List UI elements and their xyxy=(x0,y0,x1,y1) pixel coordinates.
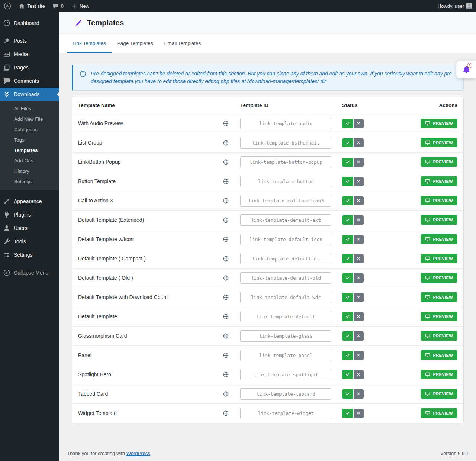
status-active-button[interactable] xyxy=(342,235,353,244)
tab-page-templates[interactable]: Page Templates xyxy=(112,34,159,53)
template-id-input[interactable] xyxy=(240,195,331,207)
template-id-input[interactable] xyxy=(240,137,331,149)
sidebar-item-dashboard[interactable]: Dashboard xyxy=(0,16,60,30)
table-row: Default Template (Extended) PREVIEW xyxy=(72,210,463,230)
status-active-button[interactable] xyxy=(342,138,353,147)
sidebar-item-settings[interactable]: Settings xyxy=(0,248,60,262)
status-active-button[interactable] xyxy=(342,215,353,225)
status-inactive-button[interactable] xyxy=(354,196,364,205)
status-inactive-button[interactable] xyxy=(354,312,364,321)
status-inactive-button[interactable] xyxy=(354,138,364,147)
site-name-menu[interactable]: Test site xyxy=(15,0,49,12)
sidebar-item-plugins[interactable]: Plugins xyxy=(0,208,60,221)
x-icon xyxy=(356,237,361,241)
template-id-input[interactable] xyxy=(240,369,331,380)
status-active-button[interactable] xyxy=(342,312,353,321)
tab-email-templates[interactable]: Email Templates xyxy=(158,34,206,53)
status-inactive-button[interactable] xyxy=(354,331,364,341)
status-inactive-button[interactable] xyxy=(354,235,364,244)
template-id-input[interactable] xyxy=(240,330,331,342)
preview-button[interactable]: PREVIEW xyxy=(421,138,457,147)
template-id-input[interactable] xyxy=(240,311,331,322)
preview-button[interactable]: PREVIEW xyxy=(421,157,457,167)
submenu-item-history[interactable]: History xyxy=(0,166,60,176)
preview-button[interactable]: PREVIEW xyxy=(421,254,457,263)
submenu-item-settings[interactable]: Settings xyxy=(0,176,60,187)
sidebar-item-comments[interactable]: Comments xyxy=(0,74,60,88)
submenu-item-categories[interactable]: Categories xyxy=(0,124,60,135)
template-id-input[interactable] xyxy=(240,408,331,419)
sidebar-item-users[interactable]: Users xyxy=(0,221,60,235)
sidebar-item-downloads[interactable]: Downloads xyxy=(0,88,60,101)
sidebar-item-pages[interactable]: Pages xyxy=(0,61,60,74)
status-active-button[interactable] xyxy=(342,351,353,360)
preview-button[interactable]: PREVIEW xyxy=(421,350,457,360)
status-inactive-button[interactable] xyxy=(354,177,364,186)
preview-button[interactable]: PREVIEW xyxy=(421,292,457,302)
status-active-button[interactable] xyxy=(342,389,353,399)
new-content-menu[interactable]: New xyxy=(67,0,93,12)
status-inactive-button[interactable] xyxy=(354,215,364,225)
template-id-input[interactable] xyxy=(240,214,331,226)
status-active-button[interactable] xyxy=(342,177,353,186)
x-icon xyxy=(356,353,361,357)
template-name: Default Template (Extended) xyxy=(78,217,144,223)
preview-button[interactable]: PREVIEW xyxy=(421,119,457,128)
preview-button[interactable]: PREVIEW xyxy=(421,196,457,205)
status-inactive-button[interactable] xyxy=(354,119,364,128)
preview-label: PREVIEW xyxy=(433,160,453,164)
notification-bell-button[interactable]: 1 xyxy=(456,61,476,78)
submenu-item-add-ons[interactable]: Add-Ons xyxy=(0,156,60,166)
template-id-input[interactable] xyxy=(240,234,331,245)
preview-button[interactable]: PREVIEW xyxy=(421,273,457,283)
template-id-input[interactable] xyxy=(240,272,331,284)
submenu-item-add-new-file[interactable]: Add New File xyxy=(0,114,60,124)
comments-menu[interactable]: 0 xyxy=(49,0,67,12)
status-inactive-button[interactable] xyxy=(354,293,364,302)
template-id-input[interactable] xyxy=(240,292,331,303)
preview-button[interactable]: PREVIEW xyxy=(421,389,457,399)
sidebar-item-media[interactable]: Media xyxy=(0,48,60,61)
status-active-button[interactable] xyxy=(342,273,353,283)
status-inactive-button[interactable] xyxy=(354,409,364,418)
template-id-input[interactable] xyxy=(240,253,331,264)
sidebar-item-appearance[interactable]: Appearance xyxy=(0,195,60,208)
submenu-item-tags[interactable]: Tags xyxy=(0,135,60,145)
collapse-menu-button[interactable]: Collapse Menu xyxy=(0,266,60,279)
submenu-item-all-files[interactable]: All Files xyxy=(0,104,60,114)
status-inactive-button[interactable] xyxy=(354,254,364,263)
preview-button[interactable]: PREVIEW xyxy=(421,312,457,321)
sidebar-item-tools[interactable]: Tools xyxy=(0,235,60,248)
template-id-input[interactable] xyxy=(240,350,331,361)
submenu-item-templates[interactable]: Templates xyxy=(0,145,60,156)
preview-button[interactable]: PREVIEW xyxy=(421,176,457,186)
status-toggle xyxy=(342,177,364,186)
status-inactive-button[interactable] xyxy=(354,370,364,379)
template-id-input[interactable] xyxy=(240,388,331,400)
status-active-button[interactable] xyxy=(342,158,353,167)
status-inactive-button[interactable] xyxy=(354,389,364,399)
wordpress-logo-menu[interactable]: W xyxy=(0,0,15,12)
template-id-input[interactable] xyxy=(240,156,331,168)
preview-button[interactable]: PREVIEW xyxy=(421,331,457,341)
tab-link-templates[interactable]: Link Templates xyxy=(67,34,112,53)
preview-button[interactable]: PREVIEW xyxy=(421,370,457,379)
preview-button[interactable]: PREVIEW xyxy=(421,408,457,418)
status-active-button[interactable] xyxy=(342,254,353,263)
preview-button[interactable]: PREVIEW xyxy=(421,215,457,225)
template-id-input[interactable] xyxy=(240,176,331,187)
preview-button[interactable]: PREVIEW xyxy=(421,234,457,244)
sidebar-item-posts[interactable]: Posts xyxy=(0,34,60,48)
status-active-button[interactable] xyxy=(342,119,353,128)
status-inactive-button[interactable] xyxy=(354,351,364,360)
wordpress-link[interactable]: WordPress xyxy=(126,451,150,456)
my-account-menu[interactable]: Howdy, user xyxy=(434,0,476,12)
status-inactive-button[interactable] xyxy=(354,158,364,167)
status-active-button[interactable] xyxy=(342,196,353,205)
status-active-button[interactable] xyxy=(342,370,353,379)
status-active-button[interactable] xyxy=(342,409,353,418)
template-id-input[interactable] xyxy=(240,118,331,129)
status-inactive-button[interactable] xyxy=(354,273,364,283)
status-active-button[interactable] xyxy=(342,331,353,341)
status-active-button[interactable] xyxy=(342,293,353,302)
